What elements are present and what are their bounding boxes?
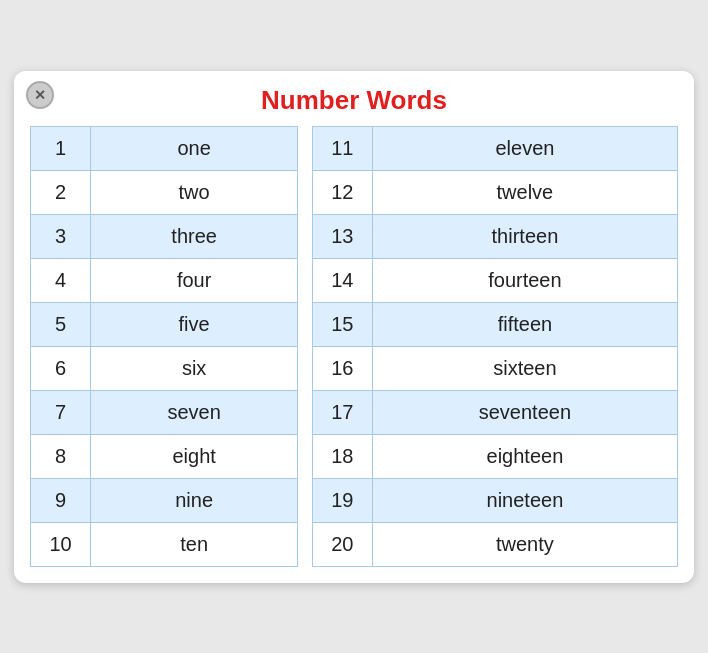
separator-cell [298, 346, 313, 390]
number-cell: 15 [312, 302, 372, 346]
number-cell: 19 [312, 478, 372, 522]
number-cell: 8 [31, 434, 91, 478]
word-cell: two [91, 170, 298, 214]
number-words-table: 1one 11eleven2two 12twelve3three 13thirt… [30, 126, 678, 567]
number-cell: 3 [31, 214, 91, 258]
number-cell: 18 [312, 434, 372, 478]
word-cell: three [91, 214, 298, 258]
number-cell: 12 [312, 170, 372, 214]
number-cell: 9 [31, 478, 91, 522]
main-window: ✕ Number Words 1one 11eleven2two 12twelv… [14, 71, 694, 583]
table-row: 10ten 20twenty [31, 522, 678, 566]
table-row: 7seven 17seventeen [31, 390, 678, 434]
page-title: Number Words [14, 71, 694, 126]
table-row: 3three 13thirteen [31, 214, 678, 258]
word-cell: fourteen [372, 258, 677, 302]
number-cell: 5 [31, 302, 91, 346]
word-cell: seventeen [372, 390, 677, 434]
number-cell: 4 [31, 258, 91, 302]
word-cell: sixteen [372, 346, 677, 390]
number-cell: 20 [312, 522, 372, 566]
word-cell: thirteen [372, 214, 677, 258]
number-cell: 6 [31, 346, 91, 390]
table-container: 1one 11eleven2two 12twelve3three 13thirt… [14, 126, 694, 583]
separator-cell [298, 170, 313, 214]
word-cell: six [91, 346, 298, 390]
word-cell: eleven [372, 126, 677, 170]
table-row: 4four 14fourteen [31, 258, 678, 302]
table-row: 9nine 19nineteen [31, 478, 678, 522]
number-cell: 7 [31, 390, 91, 434]
separator-cell [298, 434, 313, 478]
table-row: 5five 15fifteen [31, 302, 678, 346]
separator-cell [298, 302, 313, 346]
word-cell: ten [91, 522, 298, 566]
word-cell: seven [91, 390, 298, 434]
table-row: 1one 11eleven [31, 126, 678, 170]
word-cell: four [91, 258, 298, 302]
number-cell: 10 [31, 522, 91, 566]
number-cell: 14 [312, 258, 372, 302]
separator-cell [298, 126, 313, 170]
word-cell: fifteen [372, 302, 677, 346]
number-cell: 17 [312, 390, 372, 434]
number-cell: 2 [31, 170, 91, 214]
separator-cell [298, 214, 313, 258]
number-cell: 1 [31, 126, 91, 170]
word-cell: eight [91, 434, 298, 478]
word-cell: nine [91, 478, 298, 522]
close-button[interactable]: ✕ [26, 81, 54, 109]
word-cell: five [91, 302, 298, 346]
table-row: 2two 12twelve [31, 170, 678, 214]
word-cell: twelve [372, 170, 677, 214]
table-row: 6six 16sixteen [31, 346, 678, 390]
separator-cell [298, 390, 313, 434]
table-row: 8eight 18eighteen [31, 434, 678, 478]
separator-cell [298, 522, 313, 566]
separator-cell [298, 258, 313, 302]
word-cell: one [91, 126, 298, 170]
number-cell: 16 [312, 346, 372, 390]
word-cell: eighteen [372, 434, 677, 478]
number-cell: 13 [312, 214, 372, 258]
word-cell: twenty [372, 522, 677, 566]
separator-cell [298, 478, 313, 522]
number-cell: 11 [312, 126, 372, 170]
word-cell: nineteen [372, 478, 677, 522]
